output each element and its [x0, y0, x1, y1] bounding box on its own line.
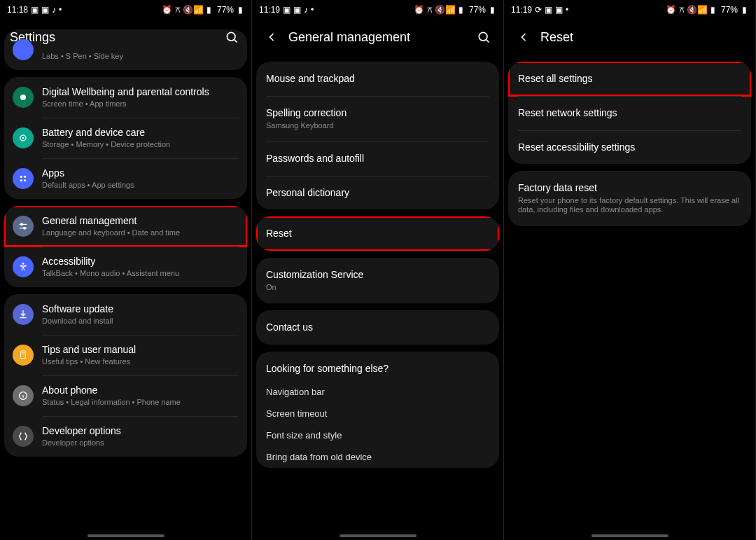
- svg-point-2: [20, 95, 26, 100]
- row-reset-all[interactable]: Reset all settings: [508, 62, 751, 96]
- row-title: About phone: [42, 385, 181, 396]
- row-developer[interactable]: Developer options Developer options: [4, 416, 247, 457]
- row-reset-accessibility[interactable]: Reset accessibility settings: [508, 130, 751, 165]
- row-sub: On: [266, 283, 489, 292]
- row-sub: Samsung Keyboard: [266, 121, 489, 130]
- status-bar: 11:18 ▣ ▣ ♪ • ⏰ ⚻ 🔇 📶 ▮ 77% ▮: [0, 0, 251, 20]
- row-reset-network[interactable]: Reset network settings: [508, 96, 751, 130]
- row-title: Customization Service: [266, 269, 489, 281]
- row-reset[interactable]: Reset: [256, 216, 499, 251]
- row-title: Reset network settings: [518, 107, 741, 119]
- image-icon: ▣: [545, 5, 552, 15]
- battery-text: 77%: [721, 5, 738, 15]
- wellbeing-icon: [13, 87, 34, 108]
- row-apps[interactable]: Apps Default apps • App settings: [4, 158, 247, 199]
- row-title: Apps: [42, 167, 134, 179]
- link-navigation-bar[interactable]: Navigation bar: [256, 381, 499, 403]
- back-button[interactable]: [514, 27, 533, 47]
- row-wellbeing[interactable]: Digital Wellbeing and parental controls …: [4, 77, 247, 118]
- bluetooth-icon: ⚻: [426, 6, 434, 14]
- battery-text: 77%: [469, 5, 486, 15]
- back-button[interactable]: [262, 27, 281, 47]
- sync-icon: ⟳: [535, 5, 542, 15]
- row-title: Reset all settings: [518, 73, 617, 85]
- row-sub: Language and keyboard • Date and time: [42, 228, 180, 237]
- search-button[interactable]: [474, 27, 493, 47]
- row-sub: Reset your phone to its factory default …: [518, 196, 741, 214]
- battery-icon: ▮: [488, 6, 496, 14]
- battery-icon: ▮: [740, 6, 748, 14]
- row-passwords[interactable]: Passwords and autofill: [256, 141, 499, 176]
- dot-icon: •: [566, 5, 568, 15]
- svg-point-7: [20, 179, 22, 181]
- row-customization[interactable]: Customization Service On: [256, 258, 499, 303]
- search-icon: [477, 30, 491, 44]
- row-accessibility[interactable]: Accessibility TalkBack • Mono audio • As…: [4, 247, 247, 287]
- tips-icon: [13, 345, 34, 366]
- card-reset-group: Reset: [256, 216, 499, 251]
- image-icon: ▣: [31, 5, 38, 15]
- status-time: 11:19: [511, 5, 532, 15]
- row-contact[interactable]: Contact us: [256, 310, 499, 345]
- gesture-handle[interactable]: [88, 534, 164, 537]
- suggestions-label: Looking for something else?: [256, 352, 499, 381]
- row-battery[interactable]: Battery and device care Storage • Memory…: [4, 118, 247, 158]
- developer-icon: [13, 426, 34, 447]
- gesture-handle[interactable]: [340, 534, 416, 537]
- gesture-handle[interactable]: [592, 534, 668, 537]
- wifi-icon: 📶: [699, 6, 707, 14]
- svg-rect-14: [21, 351, 26, 359]
- svg-point-5: [20, 176, 22, 178]
- apps-icon: [13, 168, 34, 189]
- card-general: General management Language and keyboard…: [4, 206, 247, 287]
- row-mouse[interactable]: Mouse and trackpad: [256, 62, 499, 96]
- header: Reset: [504, 20, 755, 55]
- row-factory-reset[interactable]: Factory data reset Reset your phone to i…: [508, 171, 751, 226]
- alarm-icon: ⏰: [163, 6, 172, 14]
- card-info: Software update Download and install Tip…: [4, 294, 247, 457]
- row-general-management[interactable]: General management Language and keyboard…: [4, 206, 247, 247]
- row-about[interactable]: About phone Status • Legal information •…: [4, 375, 247, 416]
- row-sub: Storage • Memory • Device protection: [42, 140, 170, 149]
- wifi-icon: 📶: [447, 6, 455, 14]
- about-icon: [13, 385, 34, 406]
- music-icon: ♪: [52, 5, 56, 15]
- accessibility-icon: [13, 256, 34, 277]
- page-title: General management: [288, 30, 474, 45]
- row-software-update[interactable]: Software update Download and install: [4, 294, 247, 335]
- settings-panel: 11:18 ▣ ▣ ♪ • ⏰ ⚻ 🔇 📶 ▮ 77% ▮ Settings: [0, 0, 252, 540]
- row-dictionary[interactable]: Personal dictionary: [256, 176, 499, 210]
- row-title: Spelling correction: [266, 107, 489, 119]
- page-title: Reset: [540, 30, 746, 45]
- row-title: Battery and device care: [42, 127, 170, 139]
- row-title: Factory data reset: [518, 182, 741, 194]
- card-suggestions: Looking for something else? Navigation b…: [256, 352, 499, 468]
- status-time: 11:19: [259, 5, 280, 15]
- card-contact-group: Contact us: [256, 310, 499, 345]
- svg-point-12: [24, 227, 26, 229]
- image-icon: ▣: [293, 5, 301, 15]
- row-tips[interactable]: Tips and user manual Useful tips • New f…: [4, 335, 247, 375]
- wifi-icon: 📶: [195, 6, 203, 14]
- link-screen-timeout[interactable]: Screen timeout: [256, 403, 499, 424]
- row-title: Software update: [42, 303, 113, 315]
- mute-icon: 🔇: [184, 6, 192, 14]
- link-font[interactable]: Font size and style: [256, 424, 499, 446]
- general-icon: [13, 216, 34, 237]
- row-title: Tips and user manual: [42, 344, 136, 356]
- mute-icon: 🔇: [436, 6, 444, 14]
- row-title: Passwords and autofill: [266, 153, 489, 165]
- status-bar: 11:19 ⟳ ▣ ▣ • ⏰ ⚻ 🔇 📶 ▮ 77% ▮: [504, 0, 755, 20]
- battery-care-icon: [13, 127, 34, 148]
- card-customization-group: Customization Service On: [256, 258, 499, 303]
- header: General management: [252, 20, 503, 55]
- svg-point-11: [21, 223, 23, 226]
- battery-icon: ▮: [236, 6, 244, 14]
- svg-point-4: [22, 137, 24, 139]
- row-advanced-features[interactable]: Advanced features Labs • S Pen • Side ke…: [4, 29, 247, 70]
- signal-icon: ▮: [205, 6, 214, 14]
- row-spelling[interactable]: Spelling correction Samsung Keyboard: [256, 96, 499, 141]
- row-title: Digital Wellbeing and parental controls: [42, 86, 209, 98]
- card-reset-options: Reset all settings Reset network setting…: [508, 62, 751, 164]
- link-bring-data[interactable]: Bring data from old device: [256, 446, 499, 468]
